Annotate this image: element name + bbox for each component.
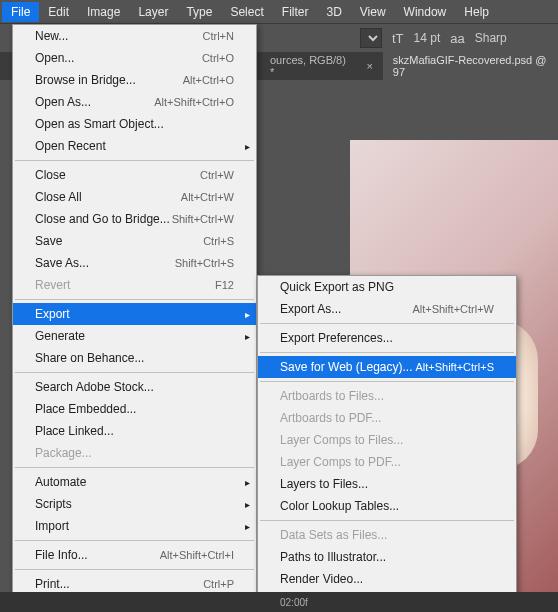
document-tab-2[interactable]: skzMafiaGIF-Recovered.psd @ 97: [383, 49, 558, 83]
menu-browse-bridge[interactable]: Browse in Bridge...Alt+Ctrl+O: [13, 69, 256, 91]
menu-separator: [260, 323, 514, 324]
font-size-value[interactable]: 14 pt: [414, 31, 441, 45]
menu-new[interactable]: New...Ctrl+N: [13, 25, 256, 47]
menubar-3d[interactable]: 3D: [317, 2, 350, 22]
menubar-filter[interactable]: Filter: [273, 2, 318, 22]
timeline: 02:00f: [0, 592, 558, 612]
menu-separator: [15, 372, 254, 373]
anti-alias-icon: aa: [450, 31, 464, 46]
menu-search-stock[interactable]: Search Adobe Stock...: [13, 376, 256, 398]
menu-data-sets: Data Sets as Files...: [258, 524, 516, 546]
export-submenu: Quick Export as PNG Export As...Alt+Shif…: [257, 275, 517, 612]
menu-place-embedded[interactable]: Place Embedded...: [13, 398, 256, 420]
menu-automate[interactable]: Automate: [13, 471, 256, 493]
tab-close-icon[interactable]: ×: [366, 60, 372, 72]
menu-separator: [15, 569, 254, 570]
menu-artboards-pdf: Artboards to PDF...: [258, 407, 516, 429]
menu-close-all[interactable]: Close AllAlt+Ctrl+W: [13, 186, 256, 208]
menu-file-info[interactable]: File Info...Alt+Shift+Ctrl+I: [13, 544, 256, 566]
menubar-edit[interactable]: Edit: [39, 2, 78, 22]
menu-layers-files[interactable]: Layers to Files...: [258, 473, 516, 495]
menu-open-smart-object[interactable]: Open as Smart Object...: [13, 113, 256, 135]
menu-generate[interactable]: Generate: [13, 325, 256, 347]
menubar-type[interactable]: Type: [177, 2, 221, 22]
menubar: File Edit Image Layer Type Select Filter…: [0, 0, 558, 24]
menu-render-video[interactable]: Render Video...: [258, 568, 516, 590]
menu-color-lookup[interactable]: Color Lookup Tables...: [258, 495, 516, 517]
menu-layer-comps-files: Layer Comps to Files...: [258, 429, 516, 451]
menu-revert: RevertF12: [13, 274, 256, 296]
anti-alias-value[interactable]: Sharp: [475, 31, 507, 45]
menu-paths-illustrator[interactable]: Paths to Illustrator...: [258, 546, 516, 568]
menu-separator: [15, 467, 254, 468]
menu-artboards-files: Artboards to Files...: [258, 385, 516, 407]
menu-export-as[interactable]: Export As...Alt+Shift+Ctrl+W: [258, 298, 516, 320]
menu-separator: [15, 160, 254, 161]
menubar-file[interactable]: File: [2, 2, 39, 22]
menu-save[interactable]: SaveCtrl+S: [13, 230, 256, 252]
menu-separator: [15, 299, 254, 300]
menubar-select[interactable]: Select: [221, 2, 272, 22]
menu-separator: [260, 381, 514, 382]
timeline-time: 02:00f: [280, 597, 308, 608]
menu-export-preferences[interactable]: Export Preferences...: [258, 327, 516, 349]
menu-close[interactable]: CloseCtrl+W: [13, 164, 256, 186]
menu-scripts[interactable]: Scripts: [13, 493, 256, 515]
menubar-help[interactable]: Help: [455, 2, 498, 22]
menu-separator: [15, 540, 254, 541]
menu-quick-export-png[interactable]: Quick Export as PNG: [258, 276, 516, 298]
menu-separator: [260, 352, 514, 353]
toolbar-dropdown[interactable]: [360, 28, 382, 48]
menubar-view[interactable]: View: [351, 2, 395, 22]
menubar-image[interactable]: Image: [78, 2, 129, 22]
menu-separator: [260, 520, 514, 521]
menu-save-as[interactable]: Save As...Shift+Ctrl+S: [13, 252, 256, 274]
menu-export[interactable]: Export: [13, 303, 256, 325]
menu-open[interactable]: Open...Ctrl+O: [13, 47, 256, 69]
document-tab-1[interactable]: ources, RGB/8) *: [260, 49, 356, 83]
menu-save-for-web[interactable]: Save for Web (Legacy)...Alt+Shift+Ctrl+S: [258, 356, 516, 378]
font-size-icon: tT: [392, 31, 404, 46]
menu-open-as[interactable]: Open As...Alt+Shift+Ctrl+O: [13, 91, 256, 113]
menu-close-bridge[interactable]: Close and Go to Bridge...Shift+Ctrl+W: [13, 208, 256, 230]
menu-package: Package...: [13, 442, 256, 464]
menu-layer-comps-pdf: Layer Comps to PDF...: [258, 451, 516, 473]
file-menu: New...Ctrl+N Open...Ctrl+O Browse in Bri…: [12, 24, 257, 612]
menu-place-linked[interactable]: Place Linked...: [13, 420, 256, 442]
menu-import[interactable]: Import: [13, 515, 256, 537]
menu-open-recent[interactable]: Open Recent: [13, 135, 256, 157]
menu-share-behance[interactable]: Share on Behance...: [13, 347, 256, 369]
menubar-layer[interactable]: Layer: [129, 2, 177, 22]
menubar-window[interactable]: Window: [395, 2, 456, 22]
